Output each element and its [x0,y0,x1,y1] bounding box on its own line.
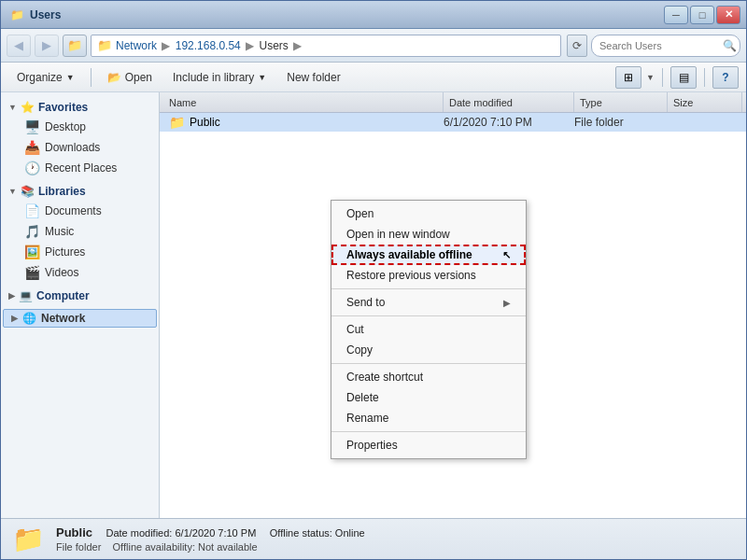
help-button[interactable]: ? [712,66,739,89]
title-bar-controls: ─ □ ✕ [664,6,740,24]
panes-button[interactable]: ▤ [670,66,697,89]
videos-icon: 🎬 [24,265,40,280]
close-button[interactable]: ✕ [716,6,740,24]
computer-label: Computer [36,289,90,302]
ctx-send-to[interactable]: Send to ▶ [331,292,526,313]
favorites-collapse-icon: ▼ [8,103,17,112]
file-type-cell: File folder [574,116,668,129]
send-to-arrow-icon: ▶ [503,298,511,308]
favorites-group[interactable]: ▼ ⭐ Favorites [1,98,159,117]
file-name-text: Public [190,116,220,129]
ctx-copy[interactable]: Copy [331,340,526,360]
search-input[interactable] [591,35,740,57]
libraries-group[interactable]: ▼ 📚 Libraries [1,182,159,201]
col-header-date[interactable]: Date modified [444,92,574,112]
sidebar-item-desktop-label: Desktop [45,120,86,133]
minimize-button[interactable]: ─ [664,6,688,24]
breadcrumb: Network ▶ 192.168.0.54 ▶ Users ▶ [116,39,303,52]
window-frame: 📁 Users ─ □ ✕ ◀ ▶ 📁 📁 Network ▶ 192.168.… [0,0,747,560]
network-group[interactable]: ▶ 🌐 Network [3,309,157,328]
status-offline-label: Offline status: [270,527,335,539]
window-title: Users [30,8,61,21]
sidebar-item-videos-label: Videos [45,266,78,279]
organize-button[interactable]: Organize ▼ [8,66,83,89]
status-avail-value: Not available [198,541,258,553]
open-button[interactable]: 📂 Open [99,66,161,89]
back-button[interactable]: ◀ [7,35,31,57]
col-header-type[interactable]: Type [574,92,668,112]
ctx-separator-4 [331,431,526,432]
ctx-delete[interactable]: Delete [331,387,526,408]
libraries-collapse-icon: ▼ [8,187,17,196]
sidebar-item-recent-label: Recent Places [45,161,117,175]
toolbar-separator-2 [662,68,663,87]
file-name-cell: 📁 Public [163,115,444,130]
network-icon: 🌐 [22,312,36,325]
ctx-create-shortcut[interactable]: Create shortcut [331,367,526,387]
sidebar: ▼ ⭐ Favorites 🖥️ Desktop 📥 Downloads 🕐 R… [1,92,160,518]
sidebar-item-videos[interactable]: 🎬 Videos [3,262,157,283]
col-header-name[interactable]: Name [163,92,444,112]
search-icon[interactable]: 🔍 [723,39,737,52]
ctx-restore-versions[interactable]: Restore previous versions [331,265,526,286]
status-offline-value: Online [335,527,365,539]
status-file-name: Public Date modified: 6/1/2020 7:10 PM O… [56,525,365,539]
recent-icon: 🕐 [24,161,40,175]
ctx-properties[interactable]: Properties [331,435,526,455]
sidebar-item-documents-label: Documents [45,204,102,217]
sidebar-item-music-label: Music [45,225,74,238]
address-bar[interactable]: 📁 Network ▶ 192.168.0.54 ▶ Users ▶ [91,35,561,57]
file-date-cell: 6/1/2020 7:10 PM [444,116,574,129]
up-button[interactable]: 📁 [63,35,87,57]
ctx-open-new-window[interactable]: Open in new window [331,224,526,245]
sidebar-item-pictures-label: Pictures [45,245,85,259]
status-folder-icon: 📁 [12,524,45,554]
sidebar-item-downloads[interactable]: 📥 Downloads [3,137,157,158]
sidebar-item-pictures[interactable]: 🖼️ Pictures [3,242,157,262]
open-icon: 📂 [107,71,121,84]
status-date-label: Date modified: [106,527,175,539]
status-date-value: 6/1/2020 7:10 PM [175,527,256,539]
column-headers: Name Date modified Type Size [160,92,746,113]
libraries-label: Libraries [38,185,86,198]
ctx-always-available-offline[interactable]: Always available offline ↖ [331,245,526,265]
documents-icon: 📄 [24,203,40,218]
sidebar-item-desktop[interactable]: 🖥️ Desktop [3,117,157,137]
folder-icon: 📁 [169,115,185,130]
computer-collapse-icon: ▶ [8,291,15,301]
computer-icon: 💻 [19,289,33,302]
network-label: Network [41,312,85,325]
ctx-separator-1 [331,288,526,289]
maximize-button[interactable]: □ [690,6,714,24]
libraries-icon: 📚 [21,185,35,198]
toolbar-separator [91,68,92,87]
cursor-indicator: ↖ [502,249,511,261]
window-icon: 📁 [10,8,24,21]
downloads-icon: 📥 [24,140,40,155]
favorites-star-icon: ⭐ [21,101,35,114]
context-menu: Open Open in new window Always available… [331,200,527,459]
new-folder-button[interactable]: New folder [278,66,348,89]
sidebar-item-recent[interactable]: 🕐 Recent Places [3,158,157,178]
search-container: 🔍 [591,35,740,57]
ctx-cut[interactable]: Cut [331,319,526,340]
refresh-button[interactable]: ⟳ [567,35,587,57]
organize-arrow-icon: ▼ [66,73,75,82]
nav-bar: ◀ ▶ 📁 📁 Network ▶ 192.168.0.54 ▶ Users ▶… [1,29,746,63]
computer-group[interactable]: ▶ 💻 Computer [1,287,159,305]
breadcrumb-ip[interactable]: 192.168.0.54 [176,39,241,52]
ctx-open[interactable]: Open [331,203,526,224]
view-arrow-icon: ▼ [646,73,655,82]
table-row[interactable]: 📁 Public 6/1/2020 7:10 PM File folder [160,113,746,132]
libraries-section: ▼ 📚 Libraries 📄 Documents 🎵 Music 🖼️ Pic… [1,182,159,283]
ctx-rename[interactable]: Rename [331,408,526,428]
col-header-size[interactable]: Size [668,92,742,112]
network-collapse-icon: ▶ [11,314,18,323]
view-options-button[interactable]: ⊞ [615,66,641,89]
breadcrumb-network[interactable]: Network [116,39,157,52]
favorites-label: Favorites [38,101,88,114]
sidebar-item-documents[interactable]: 📄 Documents [3,201,157,221]
forward-button[interactable]: ▶ [35,35,59,57]
include-library-button[interactable]: Include in library ▼ [164,66,275,89]
sidebar-item-music[interactable]: 🎵 Music [3,221,157,242]
